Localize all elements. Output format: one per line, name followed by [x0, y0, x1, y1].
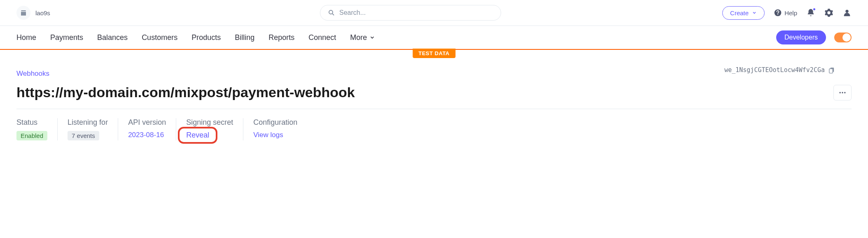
settings-button[interactable]	[824, 8, 833, 17]
brand-name: lao9s	[35, 9, 50, 16]
svg-rect-6	[829, 68, 833, 73]
svg-line-1	[332, 14, 334, 15]
copy-id-icon[interactable]	[828, 67, 835, 74]
api-version-value[interactable]: 2023-08-16	[128, 131, 166, 139]
chevron-down-icon	[752, 10, 757, 15]
nav-more[interactable]: More	[350, 33, 375, 42]
api-version-label: API version	[128, 118, 166, 127]
developers-button[interactable]: Developers	[776, 30, 826, 44]
nav-balances[interactable]: Balances	[97, 33, 128, 42]
svg-point-8	[842, 92, 843, 93]
more-actions-button[interactable]	[833, 85, 852, 100]
search-input-wrap[interactable]	[320, 5, 501, 21]
divider	[16, 109, 852, 109]
svg-point-9	[844, 92, 845, 93]
nav-home[interactable]: Home	[16, 33, 36, 42]
configuration-label: Configuration	[253, 118, 297, 127]
svg-point-3	[777, 14, 778, 15]
search-icon	[328, 9, 335, 16]
toggle-knob	[842, 33, 851, 42]
help-icon	[774, 9, 782, 17]
status-badge: Enabled	[16, 131, 47, 140]
help-link[interactable]: Help	[774, 9, 797, 17]
status-label: Status	[16, 118, 47, 127]
page-title: https://my-domain.com/mixpost/payment-we…	[16, 84, 355, 100]
webhook-id: we_1NsgjCGTEOotLocw4Wfv2CGa	[724, 66, 825, 74]
test-mode-toggle[interactable]	[834, 33, 852, 42]
nav-customers[interactable]: Customers	[142, 33, 177, 42]
nav-payments[interactable]: Payments	[50, 33, 83, 42]
test-data-badge: TEST DATA	[413, 49, 455, 58]
profile-button[interactable]	[842, 8, 852, 17]
nav-products[interactable]: Products	[191, 33, 221, 42]
events-badge[interactable]: 7 events	[68, 131, 99, 140]
view-logs-link[interactable]: View logs	[253, 131, 297, 139]
listening-label: Listening for	[68, 118, 108, 127]
brand-icon	[16, 6, 30, 20]
svg-point-0	[329, 10, 333, 14]
svg-point-4	[845, 10, 848, 13]
reveal-highlight: Reveal	[178, 127, 217, 144]
signing-secret-label: Signing secret	[186, 118, 233, 127]
nav-reports[interactable]: Reports	[268, 33, 294, 42]
chevron-down-icon	[369, 35, 375, 40]
svg-point-7	[840, 92, 841, 93]
notification-dot	[812, 7, 816, 11]
search-input[interactable]	[339, 9, 493, 16]
nav-connect[interactable]: Connect	[308, 33, 336, 42]
nav-billing[interactable]: Billing	[235, 33, 254, 42]
create-button[interactable]: Create	[722, 6, 765, 20]
notifications-button[interactable]	[806, 8, 815, 17]
reveal-button[interactable]: Reveal	[186, 131, 209, 139]
